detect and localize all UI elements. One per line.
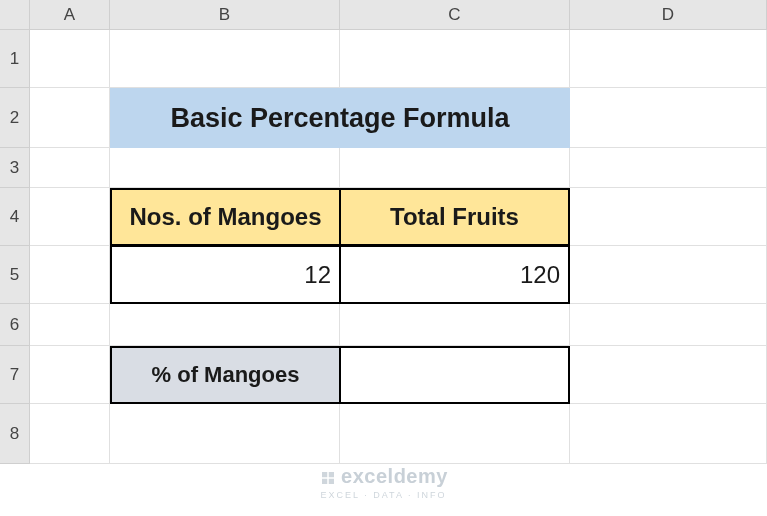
col-header-d[interactable]: D <box>570 0 767 30</box>
cell-d3[interactable] <box>570 148 767 188</box>
cell-a6[interactable] <box>30 304 110 346</box>
row-header-7[interactable]: 7 <box>0 346 30 404</box>
cell-a4[interactable] <box>30 188 110 246</box>
cell-b6[interactable] <box>110 304 340 346</box>
cell-a1[interactable] <box>30 30 110 88</box>
cell-d8[interactable] <box>570 404 767 464</box>
row-header-6[interactable]: 6 <box>0 304 30 346</box>
cell-d5[interactable] <box>570 246 767 304</box>
row-header-5[interactable]: 5 <box>0 246 30 304</box>
cell-c8[interactable] <box>340 404 570 464</box>
row-header-1[interactable]: 1 <box>0 30 30 88</box>
row-header-4[interactable]: 4 <box>0 188 30 246</box>
cell-a8[interactable] <box>30 404 110 464</box>
watermark-icon <box>319 469 337 490</box>
cell-a2[interactable] <box>30 88 110 148</box>
cell-d2[interactable] <box>570 88 767 148</box>
cell-c3[interactable] <box>340 148 570 188</box>
row-header-8[interactable]: 8 <box>0 404 30 464</box>
watermark-sub: EXCEL · DATA · INFO <box>0 490 767 500</box>
value-total-fruits[interactable]: 120 <box>340 246 570 304</box>
select-all-corner[interactable] <box>0 0 30 30</box>
cell-a7[interactable] <box>30 346 110 404</box>
value-nos-mangoes[interactable]: 12 <box>110 246 340 304</box>
title-cell[interactable]: Basic Percentage Formula <box>110 88 570 148</box>
cell-a5[interactable] <box>30 246 110 304</box>
cell-b1[interactable] <box>110 30 340 88</box>
row-header-2[interactable]: 2 <box>0 88 30 148</box>
spreadsheet-grid: A B C D 1 2 3 4 5 6 7 8 Basic Percentage… <box>0 0 767 464</box>
header-nos-mangoes[interactable]: Nos. of Mangoes <box>110 188 340 246</box>
watermark: exceldemy EXCEL · DATA · INFO <box>0 465 767 500</box>
col-header-b[interactable]: B <box>110 0 340 30</box>
cell-c6[interactable] <box>340 304 570 346</box>
watermark-title: exceldemy <box>341 465 448 487</box>
cell-d6[interactable] <box>570 304 767 346</box>
cell-a3[interactable] <box>30 148 110 188</box>
header-total-fruits[interactable]: Total Fruits <box>340 188 570 246</box>
pct-mangoes-label[interactable]: % of Mangoes <box>110 346 340 404</box>
cell-d1[interactable] <box>570 30 767 88</box>
pct-mangoes-value[interactable] <box>340 346 570 404</box>
cell-b8[interactable] <box>110 404 340 464</box>
cell-c1[interactable] <box>340 30 570 88</box>
cell-b3[interactable] <box>110 148 340 188</box>
col-header-a[interactable]: A <box>30 0 110 30</box>
row-header-3[interactable]: 3 <box>0 148 30 188</box>
cell-d7[interactable] <box>570 346 767 404</box>
cell-d4[interactable] <box>570 188 767 246</box>
col-header-c[interactable]: C <box>340 0 570 30</box>
